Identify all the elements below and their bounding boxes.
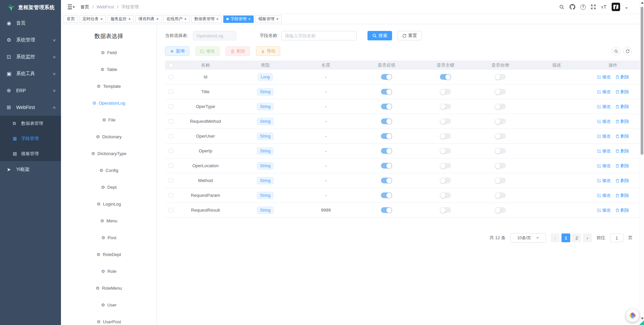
breadcrumb-item[interactable]: 字段管理	[121, 4, 139, 10]
row-edit-link[interactable]: 修改	[597, 163, 611, 169]
row-edit-link[interactable]: 修改	[597, 148, 611, 154]
scroll-down-icon[interactable]	[641, 318, 644, 320]
tree-item[interactable]: ⚙ Menu	[61, 212, 157, 229]
show-search-icon[interactable]	[612, 47, 620, 56]
page-scrollbar[interactable]	[640, 0, 644, 325]
row-edit-link[interactable]: 修改	[597, 192, 611, 198]
tree-item[interactable]: ⚙ Field	[61, 44, 157, 61]
tree-item[interactable]: ⚙ Template	[61, 78, 157, 95]
auto-increment-toggle[interactable]	[495, 74, 506, 80]
row-delete-link[interactable]: 删除	[615, 163, 629, 169]
required-toggle[interactable]	[381, 192, 392, 198]
breadcrumb-item[interactable]: /	[92, 4, 94, 9]
auto-increment-toggle[interactable]	[495, 192, 506, 198]
required-toggle[interactable]	[381, 178, 392, 183]
help-icon[interactable]	[580, 4, 586, 10]
breadcrumb-item[interactable]: 首页	[80, 4, 89, 10]
required-toggle[interactable]	[381, 118, 392, 124]
tab-close-icon[interactable]	[184, 17, 187, 21]
row-delete-link[interactable]: 删除	[615, 74, 629, 80]
sidebar-item[interactable]: ◉ 首页	[0, 15, 61, 32]
goto-page-input[interactable]	[610, 233, 623, 242]
auto-increment-toggle[interactable]	[495, 89, 506, 95]
row-delete-link[interactable]: 删除	[615, 133, 629, 139]
required-toggle[interactable]	[381, 89, 392, 95]
breadcrumb-item[interactable]: /	[117, 4, 118, 9]
row-edit-link[interactable]: 修改	[597, 118, 611, 124]
reset-button[interactable]: 重置	[397, 31, 422, 40]
tree-item[interactable]: ⚙ UserPost	[61, 313, 157, 325]
sidebar-item[interactable]: ⚙ 系统管理 ∨	[0, 32, 61, 48]
row-checkbox[interactable]	[169, 75, 173, 79]
tree-item[interactable]: ⚙ File	[61, 111, 157, 128]
sidebar-item[interactable]: ▣ 系统工具 ∨	[0, 65, 61, 82]
primary-key-toggle[interactable]	[440, 89, 451, 95]
primary-key-toggle[interactable]	[440, 163, 451, 169]
tree-item[interactable]: ⚙ DictionaryType	[61, 145, 157, 162]
page-number-button[interactable]: 1	[561, 233, 570, 242]
tab-close-icon[interactable]	[248, 17, 251, 21]
tab-close-icon[interactable]	[128, 17, 131, 21]
primary-key-toggle[interactable]	[440, 178, 451, 183]
delete-button[interactable]: 删除	[226, 46, 250, 56]
sidebar-subitem[interactable]: ▤ 模板管理	[0, 146, 61, 161]
view-tab[interactable]: 定时任务	[79, 15, 106, 23]
select-all-checkbox[interactable]	[169, 63, 173, 67]
assistant-floating-button[interactable]	[626, 309, 639, 322]
tab-close-icon[interactable]	[156, 17, 159, 21]
tree-item[interactable]: ⚙ LoginLog	[61, 195, 157, 212]
row-edit-link[interactable]: 修改	[597, 74, 611, 80]
primary-key-toggle[interactable]	[440, 133, 451, 139]
github-icon[interactable]	[570, 4, 575, 10]
row-checkbox[interactable]	[169, 134, 173, 138]
sidebar-subitem[interactable]: ⧉ 数据表管理	[0, 116, 61, 131]
view-tab[interactable]: 数据表管理	[191, 15, 222, 23]
row-checkbox[interactable]	[169, 193, 173, 197]
refresh-icon[interactable]	[623, 47, 632, 56]
row-checkbox[interactable]	[169, 104, 173, 109]
current-table-input[interactable]	[193, 31, 236, 40]
primary-key-toggle[interactable]	[440, 192, 451, 198]
tree-item[interactable]: ⚙ Role	[61, 263, 157, 280]
user-menu-caret-icon[interactable]	[625, 7, 628, 9]
view-tab[interactable]: 在线用户	[163, 15, 190, 23]
tree-item[interactable]: ⚙ RoleMenu	[61, 280, 157, 296]
auto-increment-toggle[interactable]	[495, 133, 506, 139]
row-edit-link[interactable]: 修改	[597, 207, 611, 213]
search-button[interactable]: 搜索	[367, 31, 392, 40]
tab-close-icon[interactable]	[276, 17, 279, 21]
auto-increment-toggle[interactable]	[495, 148, 506, 154]
required-toggle[interactable]	[381, 104, 392, 109]
next-page-button[interactable]: ›	[583, 233, 592, 242]
tree-item[interactable]: ⚙ Dept	[61, 179, 157, 195]
required-toggle[interactable]	[381, 74, 392, 80]
export-button[interactable]: 导出	[256, 46, 280, 56]
primary-key-toggle[interactable]	[440, 104, 451, 109]
primary-key-toggle[interactable]	[440, 148, 451, 154]
auto-increment-toggle[interactable]	[495, 163, 506, 169]
font-size-icon[interactable]	[601, 5, 607, 9]
auto-increment-toggle[interactable]	[495, 178, 506, 183]
sidebar-item[interactable]: ⊞ WebFirst ∧	[0, 99, 61, 116]
row-checkbox[interactable]	[169, 89, 173, 94]
row-delete-link[interactable]: 删除	[615, 207, 629, 213]
row-edit-link[interactable]: 修改	[597, 133, 611, 139]
add-button[interactable]: 新增	[165, 46, 189, 56]
auto-increment-toggle[interactable]	[495, 207, 506, 213]
row-checkbox[interactable]	[169, 164, 173, 168]
tab-close-icon[interactable]	[100, 17, 103, 21]
tree-item[interactable]: ⚙ Post	[61, 229, 157, 246]
tab-close-icon[interactable]	[216, 17, 219, 21]
tree-item[interactable]: ⚙ Dictionary	[61, 128, 157, 145]
required-toggle[interactable]	[381, 133, 392, 139]
row-delete-link[interactable]: 删除	[615, 178, 629, 184]
row-delete-link[interactable]: 删除	[615, 148, 629, 154]
required-toggle[interactable]	[381, 207, 392, 213]
row-checkbox[interactable]	[169, 149, 173, 153]
view-tab[interactable]: 字段管理	[223, 15, 254, 23]
row-checkbox[interactable]	[169, 178, 173, 183]
sidebar-item[interactable]: ➤ Yi框架	[0, 161, 61, 178]
sidebar-item[interactable]: ⊕ ERP ∨	[0, 82, 61, 99]
edit-button[interactable]: 修改	[195, 46, 220, 56]
view-tab[interactable]: 缓存列表	[135, 15, 162, 23]
